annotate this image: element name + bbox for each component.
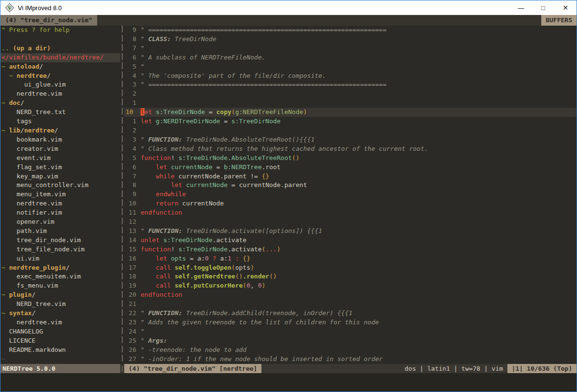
- code-line[interactable]: 9 endwhile: [124, 190, 577, 199]
- tree-item[interactable]: NERD_tree.txt: [0, 108, 120, 117]
- tree-item[interactable]: bookmark.vim: [0, 135, 120, 145]
- tree-item[interactable]: ~ autoload/: [0, 62, 120, 72]
- code-token: let: [156, 163, 167, 171]
- tree-token: ~: [1, 264, 9, 271]
- tree-item[interactable]: tree_file_node.vim: [0, 245, 120, 254]
- code-line[interactable]: 18 call self.getNerdtree().render(): [124, 272, 577, 281]
- tree-item[interactable]: ui_glue.vim: [0, 80, 120, 89]
- code-token: CLASS:: [148, 35, 171, 43]
- nerdtree-statusline: NERDTree 5.0.0: [0, 364, 120, 373]
- code-line[interactable]: 24": [124, 327, 577, 336]
- code-line[interactable]: 11endfunction: [124, 208, 577, 218]
- code-token: FUNCTION:: [148, 309, 182, 317]
- command-line[interactable]: [0, 373, 577, 392]
- tab-active[interactable]: (4) "tree_dir_node.vim": [0, 15, 97, 26]
- tree-item[interactable]: exec_menuitem.vim: [0, 272, 120, 281]
- code-token: =: [205, 108, 216, 116]
- code-line[interactable]: 16 let opts = a:0 ? a:1 : {}: [124, 254, 577, 263]
- tree-item[interactable]: tree_dir_node.vim: [0, 236, 120, 245]
- code-line[interactable]: 17 call self.toggleOpen(opts): [124, 263, 577, 273]
- code-line[interactable]: 20endfunction: [124, 290, 577, 300]
- code-line[interactable]: 19 call self.putCursorHere(0, 0): [124, 281, 577, 290]
- code-line[interactable]: 14unlet s:TreeDirNode.activate: [124, 236, 577, 245]
- tree-item[interactable]: ~ syntax/: [0, 309, 120, 318]
- minimize-button[interactable]: —: [510, 0, 532, 15]
- tree-item[interactable]: NERD_tree.vim: [0, 300, 120, 309]
- code-line[interactable]: 2: [124, 126, 577, 135]
- tree-item[interactable]: ~ doc/: [0, 99, 120, 108]
- tree-item[interactable]: ~ lib/nerdtree/: [0, 126, 120, 135]
- tree-item[interactable]: key_map.vim: [0, 172, 120, 181]
- tree-item[interactable]: tags: [0, 117, 120, 126]
- tree-item[interactable]: notifier.vim: [0, 208, 120, 218]
- tree-item[interactable]: ui.vim: [0, 254, 120, 263]
- tree-item[interactable]: nerdtree.vim: [0, 318, 120, 327]
- tree-item[interactable]: path.vim: [0, 227, 120, 236]
- code-line[interactable]: 1let g:NERDTreeDirNode = s:TreeDirNode: [124, 117, 577, 126]
- code-line[interactable]: 13" FUNCTION: TreeDirNode.activate([opti…: [124, 227, 577, 236]
- code-line[interactable]: 23" Adds the given treenode to the list …: [124, 318, 577, 327]
- buffers-label[interactable]: BUFFERS: [541, 15, 577, 26]
- code-line[interactable]: 6 let currentNode = b:NERDTree.root: [124, 163, 577, 172]
- tree-item[interactable]: creator.vim: [0, 145, 120, 154]
- tree-item[interactable]: fs_menu.vim: [0, 281, 120, 290]
- tree-item[interactable]: ~ nerdtree_plugin/: [0, 263, 120, 273]
- code-line[interactable]: 12: [124, 218, 577, 227]
- code-line[interactable]: 26" -treenode: the node to add: [124, 346, 577, 355]
- line-number: 24: [124, 327, 141, 336]
- code-line[interactable]: 6" A subclass of NERDTreeFileNode.: [124, 53, 577, 62]
- tree-item[interactable]: menu_controller.vim: [0, 181, 120, 190]
- code-token: TreeDirNode.activate([options]) {{{1: [182, 227, 322, 234]
- code-line[interactable]: 8" CLASS: TreeDirNode: [124, 35, 577, 44]
- code-line-current[interactable]: 10let s:TreeDirNode = copy(g:NERDTreeFil…: [124, 108, 577, 117]
- tree-item[interactable]: ~: [0, 355, 120, 364]
- code-line[interactable]: 4" The 'composite' part of the file/dir …: [124, 72, 577, 81]
- tree-item[interactable]: menu_item.vim: [0, 190, 120, 199]
- code-line[interactable]: 15function! s:TreeDirNode.activate(...): [124, 245, 577, 254]
- code-text: let currentNode = b:NERDTree.root: [141, 163, 281, 172]
- window-separator[interactable]: [120, 26, 124, 364]
- code-line[interactable]: 4" Class method that returns the highest…: [124, 145, 577, 154]
- code-token: s:TreeDirNode: [156, 108, 205, 116]
- tree-root-item[interactable]: </vimfiles/bundle/nerdtree/: [0, 53, 120, 62]
- tree-item[interactable]: LICENCE: [0, 336, 120, 346]
- code-line[interactable]: 10 return currentNode: [124, 199, 577, 208]
- code-line[interactable]: 1: [124, 99, 577, 108]
- code-line[interactable]: 3" FUNCTION: TreeDirNode.AbsoluteTreeRoo…: [124, 135, 577, 145]
- code-text: return currentNode: [141, 199, 224, 208]
- code-line[interactable]: 7": [124, 44, 577, 53]
- code-line[interactable]: 3" =====================================…: [124, 80, 577, 89]
- code-line[interactable]: 21: [124, 300, 577, 309]
- code-line[interactable]: 8 let currentNode = currentNode.parent: [124, 181, 577, 190]
- tree-item[interactable]: .. (up a dir): [0, 44, 120, 53]
- close-button[interactable]: ✕: [554, 0, 577, 15]
- code-token: [231, 255, 235, 262]
- tree-item[interactable]: " Press ? for help: [0, 26, 120, 35]
- statusline-separator[interactable]: |: [120, 364, 124, 373]
- tree-item[interactable]: README.markdown: [0, 346, 120, 355]
- code-line[interactable]: 2: [124, 89, 577, 99]
- tree-item[interactable]: flag_set.vim: [0, 163, 120, 172]
- tree-item[interactable]: ~ plugin/: [0, 290, 120, 300]
- tree-item[interactable]: nerdtree.vim: [0, 89, 120, 99]
- code-line[interactable]: 22" FUNCTION: TreeDirNode.addChild(treen…: [124, 309, 577, 318]
- line-number: 8: [124, 181, 141, 190]
- code-line[interactable]: 9" =====================================…: [124, 26, 577, 35]
- code-line[interactable]: 27" -inOrder: 1 if the new node should b…: [124, 355, 577, 364]
- tree-item[interactable]: ~ nerdtree/: [0, 72, 120, 81]
- maximize-button[interactable]: □: [532, 0, 554, 15]
- tree-item[interactable]: event.vim: [0, 154, 120, 163]
- code-token: = currentNode.parent: [228, 181, 307, 189]
- code-token: !: [171, 154, 179, 161]
- code-line[interactable]: 25" Args:: [124, 336, 577, 346]
- code-token: [159, 236, 163, 244]
- tree-item[interactable]: nerdtree.vim: [0, 199, 120, 208]
- code-line[interactable]: 7 while currentNode.parent != {}: [124, 172, 577, 181]
- code-token: ": [141, 136, 148, 143]
- tree-item[interactable]: opener.vim: [0, 218, 120, 227]
- titlebar[interactable]: V Vi IMproved 8.0 — □ ✕: [0, 0, 577, 15]
- tree-item[interactable]: [0, 35, 120, 44]
- code-line[interactable]: 5": [124, 62, 577, 72]
- tree-item[interactable]: CHANGELOG: [0, 327, 120, 336]
- code-line[interactable]: 5function! s:TreeDirNode.AbsoluteTreeRoo…: [124, 154, 577, 163]
